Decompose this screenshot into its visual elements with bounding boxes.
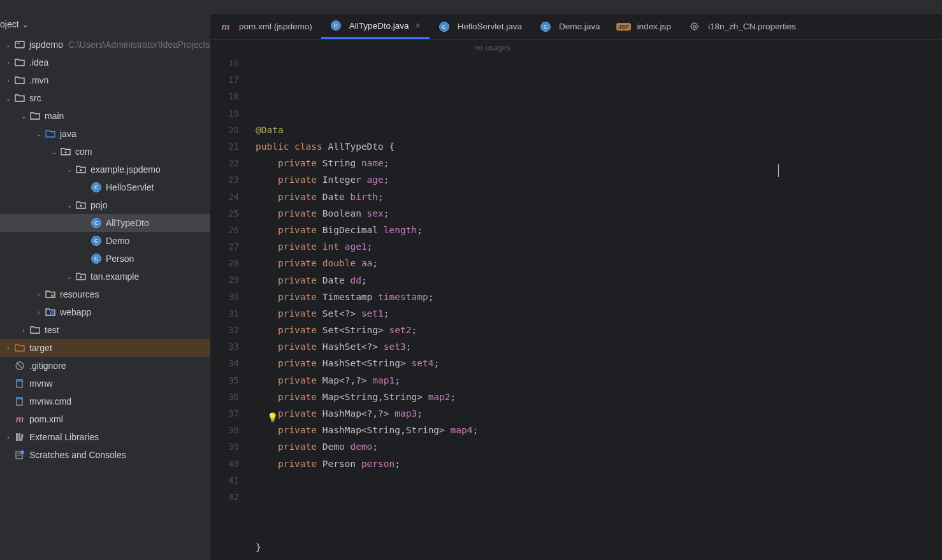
line-number[interactable]: 18 xyxy=(211,88,256,104)
line-number[interactable]: 39 xyxy=(211,438,256,455)
tree-item-example-jspdemo[interactable]: ⌄example.jspdemo xyxy=(0,161,210,178)
tree-item-com[interactable]: ⌄com xyxy=(0,143,210,161)
code-line[interactable]: private Map<String,String> map2; xyxy=(256,389,478,405)
tree-item-pojo[interactable]: ⌄pojo xyxy=(0,196,210,214)
code-line[interactable] xyxy=(256,556,478,560)
tree-item-target[interactable]: ›target xyxy=(0,339,210,357)
tree-item-resources[interactable]: ›resources xyxy=(0,285,210,303)
line-number[interactable]: 40 xyxy=(211,456,256,472)
tree-item-person[interactable]: CPerson xyxy=(0,250,210,268)
code-line[interactable]: private BigDecimal length; xyxy=(256,222,478,238)
line-number[interactable]: 31 xyxy=(211,305,256,322)
line-number[interactable]: 35 xyxy=(211,372,256,389)
code-line[interactable] xyxy=(256,505,478,522)
line-number[interactable]: 38 xyxy=(211,422,256,438)
code-line[interactable]: private Map<?,?> map1; xyxy=(256,372,478,389)
line-number[interactable]: 37 xyxy=(211,405,256,422)
code-line[interactable] xyxy=(256,522,478,538)
chevron-down-icon[interactable]: ⌄ xyxy=(48,148,60,155)
tree-item-demo[interactable]: CDemo xyxy=(0,232,210,250)
code-line[interactable]: private double aa; xyxy=(256,255,478,271)
code-line[interactable]: private Demo demo; xyxy=(256,438,478,455)
code-content[interactable]: 💡 @Datapublic class AllTypeDto { private… xyxy=(256,39,478,560)
chevron-right-icon[interactable]: › xyxy=(18,327,29,334)
chevron-down-icon[interactable]: ⌄ xyxy=(64,166,75,173)
code-line[interactable]: private HashSet<?> set3; xyxy=(256,338,478,355)
line-number[interactable]: 33 xyxy=(211,338,256,355)
code-line[interactable]: } xyxy=(256,539,478,556)
code-line[interactable]: private Date birth; xyxy=(256,189,478,205)
tree-item-mvnw-cmd[interactable]: mvnw.cmd xyxy=(0,392,210,410)
line-number[interactable]: 42 xyxy=(211,489,256,505)
tab-demo-java[interactable]: CDemo.java xyxy=(531,14,609,39)
tree-item-webapp[interactable]: ›webapp xyxy=(0,303,210,321)
scratches-consoles[interactable]: Scratches and Consoles xyxy=(0,446,210,464)
chevron-right-icon[interactable]: › xyxy=(3,345,14,352)
line-number[interactable]: 30 xyxy=(211,289,256,305)
code-line[interactable]: private HashSet<String> set4; xyxy=(256,355,478,371)
line-number[interactable]: 24 xyxy=(211,189,256,205)
chevron-down-icon[interactable]: ⌄ xyxy=(18,113,29,120)
tab-alltypedto-java[interactable]: CAllTypeDto.java× xyxy=(321,14,430,39)
chevron-down-icon[interactable]: ⌄ xyxy=(64,273,75,280)
line-number[interactable]: 32 xyxy=(211,322,256,338)
code-line[interactable]: private int age1; xyxy=(256,238,478,255)
code-line[interactable]: private HashMap<?,?> map3; xyxy=(256,405,478,422)
tree-item-main[interactable]: ⌄main xyxy=(0,107,210,125)
code-line[interactable]: private Set<?> set1; xyxy=(256,305,478,322)
tree-item-java[interactable]: ⌄java xyxy=(0,125,210,143)
code-line[interactable]: private Boolean sex; xyxy=(256,205,478,222)
code-line[interactable]: private Date dd; xyxy=(256,272,478,289)
line-number[interactable]: 16 xyxy=(211,55,256,71)
tree-item--gitignore[interactable]: .gitignore xyxy=(0,357,210,375)
line-number[interactable]: 36 xyxy=(211,389,256,405)
line-number[interactable]: 27 xyxy=(211,238,256,255)
code-line[interactable]: private Timestamp timestamp; xyxy=(256,289,478,305)
code-line[interactable] xyxy=(256,472,478,489)
tree-item-src[interactable]: ⌄src xyxy=(0,89,210,107)
tree-item-helloservlet[interactable]: CHelloServlet xyxy=(0,178,210,196)
code-line[interactable] xyxy=(256,489,478,505)
code-line[interactable]: private HashMap<String,String> map4; xyxy=(256,422,478,438)
code-line[interactable]: private Person person; xyxy=(256,456,478,472)
chevron-down-icon[interactable]: ⌄ xyxy=(64,202,75,209)
external-libraries[interactable]: › External Libraries xyxy=(0,428,210,446)
chevron-right-icon[interactable]: › xyxy=(33,291,45,298)
tree-item-test[interactable]: ›test xyxy=(0,321,210,339)
close-icon[interactable]: × xyxy=(416,20,421,31)
line-number[interactable]: 23 xyxy=(211,171,256,188)
line-number[interactable]: 22 xyxy=(211,155,256,171)
line-number[interactable]: 17 xyxy=(211,71,256,88)
tree-root[interactable]: ⌄ jspdemo C:\Users\Administrator\IdeaPro… xyxy=(0,36,210,54)
chevron-down-icon[interactable]: ⌄ xyxy=(3,95,14,102)
line-number[interactable]: 29 xyxy=(211,271,256,288)
chevron-right-icon[interactable]: › xyxy=(3,77,14,84)
tab-pom-xml-jspdemo-[interactable]: mpom.xml (jspdemo) xyxy=(211,14,321,39)
editor-body[interactable]: no usages 161718192021222324252627282930… xyxy=(211,39,942,560)
tree-item--idea[interactable]: ›.idea xyxy=(0,54,210,71)
code-line[interactable]: public class AllTypeDto { xyxy=(256,138,478,155)
line-number[interactable]: 28 xyxy=(211,255,256,271)
line-number[interactable]: 26 xyxy=(211,222,256,238)
chevron-right-icon[interactable]: › xyxy=(3,59,14,66)
chevron-right-icon[interactable]: › xyxy=(33,309,45,316)
tree-item-alltypedto[interactable]: CAllTypeDto xyxy=(0,214,210,232)
line-number[interactable]: 25 xyxy=(211,205,256,222)
tree-item-mvnw[interactable]: mvnw xyxy=(0,375,210,392)
line-number[interactable]: 19 xyxy=(211,105,256,122)
tree-item-tan-example[interactable]: ⌄tan.example xyxy=(0,268,210,285)
intention-bulb-icon[interactable]: 💡 xyxy=(267,409,278,426)
code-line[interactable]: private String name; xyxy=(256,155,478,171)
tab-helloservlet-java[interactable]: CHelloServlet.java xyxy=(430,14,531,39)
line-number[interactable]: 41 xyxy=(211,472,256,489)
line-number[interactable]: 34 xyxy=(211,355,256,371)
project-view-header[interactable]: oject ⌄ xyxy=(0,14,210,36)
line-number[interactable]: 20 xyxy=(211,122,256,138)
code-line[interactable]: @Data xyxy=(256,122,478,138)
tab-i18n-zh-cn-properties[interactable]: i18n_zh_CN.properties xyxy=(680,14,805,39)
line-number[interactable]: 21 xyxy=(211,138,256,155)
tree-item-pom-xml[interactable]: mpom.xml xyxy=(0,410,210,428)
code-line[interactable]: private Set<String> set2; xyxy=(256,322,478,338)
tree-item--mvn[interactable]: ›.mvn xyxy=(0,71,210,89)
chevron-down-icon[interactable]: ⌄ xyxy=(33,131,45,138)
